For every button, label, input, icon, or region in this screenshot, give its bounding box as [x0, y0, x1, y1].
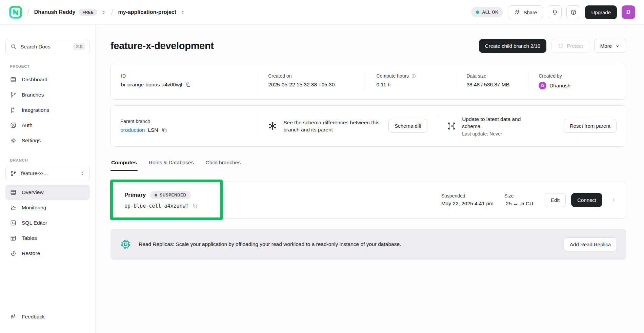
created-on-label: Created on	[268, 73, 356, 79]
breadcrumb-separator: /	[111, 7, 114, 17]
project-name: my-application-project	[118, 9, 176, 15]
copy-icon[interactable]	[185, 82, 191, 88]
compute-hours-label: Compute hours	[376, 73, 409, 79]
sidebar-item-tables[interactable]: Tables	[5, 230, 90, 246]
schema-diff-button[interactable]: Schema diff	[388, 119, 427, 133]
breadcrumb-org[interactable]: Dhanush Reddy FREE	[34, 9, 106, 16]
schema-diff-section: See the schema differences between this …	[258, 116, 437, 137]
id-label: ID	[121, 73, 247, 79]
more-label: More	[600, 43, 612, 49]
size-info: Size .25 ↔ .5 CU	[504, 193, 533, 207]
avatar-initial: D	[626, 9, 630, 16]
share-button[interactable]: Share	[508, 5, 543, 19]
sidebar-item-sql-editor[interactable]: SQL Editor	[5, 215, 90, 230]
sidebar-item-integrations[interactable]: Integrations	[5, 102, 90, 118]
copy-icon[interactable]	[192, 203, 198, 209]
created-on-value: 2025-05-22 15:32:38 +05:30	[268, 82, 335, 88]
cpu-chip-icon	[120, 238, 132, 250]
sidebar-item-auth[interactable]: Auth	[5, 118, 90, 133]
protect-button[interactable]: Protect	[551, 39, 589, 53]
sidebar-item-feedback[interactable]: Feedback	[5, 309, 90, 324]
parent-branch-link[interactable]: production	[120, 127, 145, 133]
reset-section: Update to latest data and schema Last up…	[437, 116, 626, 137]
more-button[interactable]: More	[594, 39, 626, 53]
plan-badge: FREE	[79, 9, 97, 16]
protect-label: Protect	[567, 43, 583, 49]
sidebar-item-label: Integrations	[22, 107, 49, 113]
size-label: Size	[504, 193, 533, 199]
page-title: feature-x-development	[110, 40, 214, 51]
info-compute-hours: Compute hours 0.11 h	[366, 72, 456, 90]
gear-icon	[10, 137, 17, 144]
compute-primary-info: Primary SUSPENDED ep-blue-cell-a4xzunwf	[120, 191, 198, 209]
create-child-branch-button[interactable]: Create child branch 2/10	[479, 39, 546, 53]
tab-computes[interactable]: Computes	[110, 160, 138, 171]
tab-roles-databases[interactable]: Roles & Databases	[148, 160, 195, 171]
endpoint-id: ep-blue-cell-a4xzunwf	[124, 203, 189, 209]
connect-button[interactable]: Connect	[571, 193, 602, 207]
compute-hours-value: 0.11 h	[376, 82, 390, 88]
breadcrumb-separator: /	[27, 7, 29, 17]
connect-label: Connect	[577, 197, 596, 203]
branch-selector[interactable]: feature-x-...	[5, 166, 90, 181]
reset-button-label: Reset from parent	[570, 123, 610, 129]
sidebar-item-restore[interactable]: Restore	[5, 246, 90, 261]
last-update-text: Last update: Never	[462, 131, 540, 137]
suspended-label: Suspended	[441, 193, 494, 199]
compute-status-badge: SUSPENDED	[150, 191, 190, 199]
breadcrumb-project[interactable]: my-application-project	[118, 9, 185, 15]
schema-diff-text: See the schema differences between this …	[283, 119, 383, 133]
feedback-people-icon	[10, 313, 17, 320]
data-size-label: Data size	[466, 73, 518, 79]
copy-icon[interactable]	[161, 127, 167, 133]
terminal-icon	[10, 220, 17, 226]
sidebar-item-label: Settings	[22, 138, 41, 144]
bell-icon	[551, 9, 558, 16]
search-label: Search Docs	[20, 44, 51, 50]
tab-child-branches[interactable]: Child branches	[205, 160, 241, 171]
sidebar: Search Docs ⌘K PROJECT Dashboard Branche…	[0, 25, 96, 333]
add-read-replica-button[interactable]: Add Read Replica	[564, 237, 617, 251]
sidebar-item-overview[interactable]: Overview	[5, 185, 90, 200]
data-size-value: 38.48 / 536.87 MB	[466, 82, 509, 88]
auth-user-icon	[10, 122, 17, 129]
branch-section-label: BRANCH	[10, 158, 85, 162]
sidebar-item-dashboard[interactable]: Dashboard	[5, 72, 90, 87]
creator-initial: D	[541, 84, 544, 88]
status-badge[interactable]: ALL OK	[471, 7, 503, 17]
upgrade-label: Upgrade	[591, 9, 611, 15]
help-button[interactable]	[566, 5, 580, 19]
info-created-by: Created by D Dhanush	[528, 72, 626, 90]
share-label: Share	[523, 9, 537, 15]
integrations-icon	[10, 107, 17, 113]
sidebar-item-branches[interactable]: Branches	[5, 87, 90, 102]
search-shortcut: ⌘K	[73, 43, 85, 50]
sidebar-item-monitoring[interactable]: Monitoring	[5, 200, 90, 215]
chevron-up-down-icon	[180, 9, 185, 15]
schema-icon	[267, 121, 278, 131]
top-header: / Dhanush Reddy FREE / my-application-pr…	[0, 0, 644, 25]
upgrade-button[interactable]: Upgrade	[585, 5, 617, 19]
search-docs-input[interactable]: Search Docs ⌘K	[5, 39, 90, 54]
read-replica-text: Read Replicas: Scale your application by…	[139, 241, 401, 247]
sidebar-item-label: Dashboard	[22, 77, 47, 83]
reset-from-parent-button[interactable]: Reset from parent	[564, 119, 617, 133]
shield-icon	[558, 43, 564, 49]
status-dot-icon	[476, 11, 479, 14]
notifications-button[interactable]	[548, 5, 562, 19]
kebab-menu-icon[interactable]	[610, 197, 617, 203]
info-icon[interactable]	[411, 74, 416, 79]
info-data-size: Data size 38.48 / 536.87 MB	[456, 72, 528, 90]
project-section-label: PROJECT	[10, 64, 85, 68]
update-text: Update to latest data and schema	[462, 116, 540, 130]
status-label: ALL OK	[482, 10, 498, 15]
dashboard-icon	[10, 76, 17, 83]
chevron-up-down-icon	[101, 9, 106, 15]
user-avatar[interactable]: D	[622, 5, 635, 19]
neon-logo[interactable]	[9, 5, 22, 19]
parent-branch-label: Parent branch	[120, 119, 150, 124]
edit-button[interactable]: Edit	[545, 193, 566, 207]
main-content: feature-x-development Create child branc…	[96, 25, 644, 333]
sidebar-item-label: Overview	[22, 189, 44, 195]
sidebar-item-settings[interactable]: Settings	[5, 133, 90, 148]
